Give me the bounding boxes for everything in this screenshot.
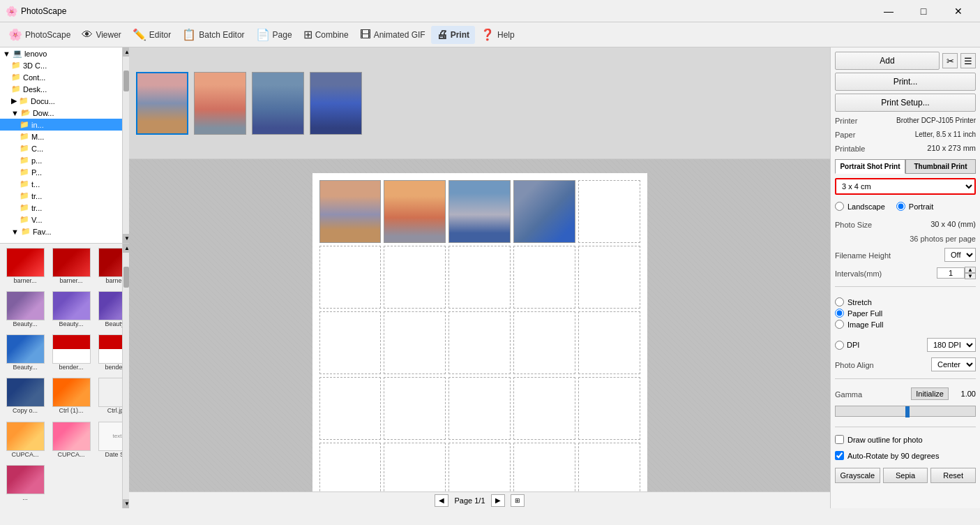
ft-cell-ctrl1[interactable]: Ctrl (1)... [49, 376, 93, 418]
ft-cell-copy[interactable]: Copy o... [3, 376, 47, 418]
toolbar-page[interactable]: 📄 Page [250, 25, 298, 44]
thumb-1[interactable] [136, 72, 188, 135]
tree-item-3dc[interactable]: 📁 3D C... [0, 59, 122, 71]
maximize-button[interactable]: □ [907, 1, 940, 22]
print-button[interactable]: Print... [835, 73, 976, 91]
layout-icon-btn[interactable]: ☰ [960, 53, 976, 68]
next-page-button[interactable]: ▶ [491, 494, 505, 507]
draw-outline-checkbox-label[interactable]: Draw outline for photo [835, 435, 976, 444]
photo-cell-4-1[interactable] [384, 443, 446, 491]
ft-cell-beauty3[interactable]: Beauty... [95, 290, 122, 332]
photo-cell-4-2[interactable] [448, 443, 511, 491]
toolbar-batch-editor[interactable]: 📋 Batch Editor [176, 25, 250, 44]
toolbar-editor[interactable]: ✏️ Editor [127, 25, 176, 44]
landscape-radio-label[interactable]: Landscape [835, 202, 885, 211]
add-button[interactable]: Add [835, 52, 940, 70]
auto-rotate-checkbox[interactable] [835, 451, 844, 460]
ft-cell-misc[interactable]: ... [3, 464, 47, 505]
toolbar-animated-gif[interactable]: 🎞 Animated GIF [354, 26, 431, 44]
photo-cell-1-3[interactable] [513, 246, 575, 309]
tree-item-tr2[interactable]: 📁 tr... [0, 202, 122, 214]
stretch-radio[interactable] [835, 297, 844, 306]
photo-cell-0-2[interactable] [448, 180, 511, 243]
auto-rotate-checkbox-label[interactable]: Auto-Rotate by 90 degrees [835, 451, 976, 460]
photo-cell-3-4[interactable] [578, 377, 640, 440]
tree-item-P[interactable]: 📁 P... [0, 166, 122, 178]
photo-cell-1-4[interactable] [578, 246, 640, 309]
portrait-radio[interactable] [896, 202, 905, 211]
thumb-scroll-thumb[interactable] [123, 267, 129, 288]
thumb-3[interactable] [252, 72, 304, 135]
intervals-up-btn[interactable]: ▲ [965, 267, 976, 273]
thumb-4[interactable] [310, 72, 362, 135]
photo-cell-3-2[interactable] [448, 377, 511, 440]
photo-cell-2-1[interactable] [384, 311, 446, 374]
toolbar-viewer[interactable]: 👁 Viewer [76, 26, 126, 44]
photo-cell-1-2[interactable] [448, 246, 511, 309]
tree-item-tr1[interactable]: 📁 tr... [0, 190, 122, 202]
scissors-icon-btn[interactable]: ✂ [942, 53, 958, 68]
intervals-input[interactable] [937, 267, 965, 279]
photo-align-select[interactable]: Center Left Right [931, 357, 976, 371]
ft-cell-banner2[interactable]: barner... [49, 246, 93, 288]
dpi-select[interactable]: 180 DPI 300 DPI [927, 338, 976, 352]
thumb-2[interactable] [194, 72, 246, 135]
photo-cell-0-4[interactable] [578, 180, 640, 243]
reset-button[interactable]: Reset [930, 468, 976, 483]
photo-cell-0-3[interactable] [513, 180, 575, 243]
scroll-up-btn[interactable]: ▲ [123, 47, 129, 57]
grid-view-button[interactable]: ⊞ [511, 494, 525, 507]
print-setup-button[interactable]: Print Setup... [835, 94, 976, 112]
toolbar-photoscape[interactable]: 🌸 PhotoScape [3, 25, 76, 44]
tree-item-docu[interactable]: ▶ 📁 Docu... [0, 95, 122, 107]
filename-height-select[interactable]: Off [944, 248, 976, 262]
grayscale-button[interactable]: Grayscale [835, 468, 880, 483]
paper-full-radio-label[interactable]: Paper Full [835, 309, 976, 318]
stretch-radio-label[interactable]: Stretch [835, 297, 976, 306]
dpi-radio-label[interactable]: DPI [835, 341, 859, 350]
ft-cell-ctrl-jpg[interactable]: Ctrl.jpg [95, 376, 122, 418]
photo-cell-3-3[interactable] [513, 377, 575, 440]
tree-item-in[interactable]: 📁 in... [0, 119, 122, 131]
gamma-initialize-button[interactable]: Initialize [911, 387, 949, 400]
ft-cell-banner1[interactable]: barner... [3, 246, 47, 288]
photo-cell-1-1[interactable] [384, 246, 446, 309]
draw-outline-checkbox[interactable] [835, 435, 844, 444]
tree-item-m[interactable]: 📁 M... [0, 131, 122, 142]
thumb-scrollbar[interactable]: ▲ ▼ [122, 244, 129, 508]
photo-cell-3-0[interactable] [319, 377, 382, 440]
dpi-radio[interactable] [835, 341, 844, 350]
ft-cell-cupcake1[interactable]: CUPCA... [3, 420, 47, 462]
photo-cell-1-0[interactable] [319, 246, 382, 309]
toolbar-print[interactable]: 🖨 Print [431, 26, 475, 44]
prev-page-button[interactable]: ◀ [435, 494, 448, 507]
gamma-slider[interactable] [835, 406, 976, 417]
photo-cell-4-0[interactable] [319, 443, 382, 491]
tree-item-fav[interactable]: ▼ 📁 Fav... [0, 225, 122, 237]
tree-item-cont[interactable]: 📁 Cont... [0, 71, 122, 83]
toolbar-combine[interactable]: ⊞ Combine [298, 25, 354, 44]
minimize-button[interactable]: — [873, 1, 905, 22]
tree-item-dow[interactable]: ▼ 📂 Dow... [0, 107, 122, 119]
intervals-down-btn[interactable]: ▼ [965, 273, 976, 279]
tree-scrollbar[interactable]: ▲ ▼ [122, 47, 129, 243]
tree-item-V[interactable]: 📁 V... [0, 214, 122, 225]
photo-cell-2-2[interactable] [448, 311, 511, 374]
ft-cell-banner3[interactable]: barner... [95, 246, 122, 288]
scroll-thumb[interactable] [123, 71, 129, 91]
thumb-scroll-up[interactable]: ▲ [123, 244, 129, 253]
photo-cell-2-0[interactable] [319, 311, 382, 374]
image-full-radio-label[interactable]: Image Full [835, 320, 976, 329]
tree-item-lenovo[interactable]: ▼ 💻 lenovo [0, 47, 122, 59]
portrait-shot-print-tab[interactable]: Portrait Shot Print [835, 159, 905, 174]
close-button[interactable]: ✕ [942, 1, 974, 22]
ft-cell-beauty1[interactable]: Beauty... [3, 290, 47, 332]
sepia-button[interactable]: Sepia [883, 468, 928, 483]
toolbar-help[interactable]: ❓ Help [475, 25, 520, 44]
photo-cell-2-3[interactable] [513, 311, 575, 374]
photo-cell-3-1[interactable] [384, 377, 446, 440]
tree-item-c[interactable]: 📁 C... [0, 142, 122, 154]
photo-cell-4-3[interactable] [513, 443, 575, 491]
photo-cell-0-0[interactable] [319, 180, 382, 243]
image-full-radio[interactable] [835, 320, 844, 329]
